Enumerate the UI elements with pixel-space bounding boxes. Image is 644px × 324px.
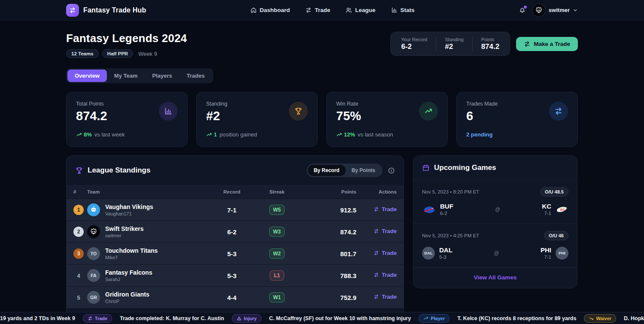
trade-action-link[interactable]: Trade <box>374 272 397 278</box>
ticker-item-text: D. Hopkins claimed off waivers <box>624 315 644 321</box>
standing-stat: Standing #2 <box>436 37 472 51</box>
robot-mascot-avatar <box>87 203 100 216</box>
tab-players[interactable]: Players <box>145 70 179 82</box>
trending-up-icon <box>419 102 438 121</box>
view-tabs: Overview My Team Players Trades <box>66 68 213 83</box>
bills-logo <box>422 205 436 214</box>
standings-title: League Standings <box>88 166 150 175</box>
tab-trades[interactable]: Trades <box>179 70 212 82</box>
notifications-button[interactable] <box>519 6 526 14</box>
home-team-record: 7-1 <box>541 254 551 260</box>
swap-icon <box>88 316 93 321</box>
top-nav: Fantasy Trade Hub Dashboard Trade League… <box>0 0 644 21</box>
initials-avatar: FA <box>87 269 100 282</box>
nav-item-dashboard[interactable]: Dashboard <box>250 7 290 13</box>
info-icon <box>388 167 395 174</box>
swap-icon <box>374 250 379 256</box>
toggle-by-record[interactable]: By Record <box>308 165 346 176</box>
ticker-item-text: T. Kelce (KC) records 8 receptions for 8… <box>457 315 576 321</box>
pending-trades-note: 2 pending <box>466 131 492 138</box>
upcoming-games-panel: Upcoming Games Nov 5, 2023 • 8:20 PM ET … <box>413 155 577 288</box>
news-ticker: 19 yards and 2 TDs in Week 9 Trade Trade… <box>0 312 644 324</box>
bar-chart-icon <box>159 102 178 121</box>
over-under-badge: O/U 46 <box>544 231 568 240</box>
trade-action-link[interactable]: Trade <box>374 228 397 234</box>
streak-badge: L1 <box>270 270 284 281</box>
team-owner: switmer <box>105 233 143 238</box>
home-team-record: 7-1 <box>542 211 551 216</box>
rank-badge: 1 <box>73 205 84 215</box>
streak-badge: W1 <box>269 292 285 303</box>
toggle-by-points[interactable]: By Points <box>346 165 381 176</box>
avatar <box>532 3 546 17</box>
week-label: Week 9 <box>138 51 157 57</box>
streak-badge: W2 <box>269 248 285 259</box>
page-title: Fantasy Legends 2024 <box>66 32 187 45</box>
swap-icon <box>374 272 379 278</box>
trending-down-icon <box>589 316 594 321</box>
ticker-item-text: 19 yards and 2 TDs in Week 9 <box>0 315 75 321</box>
tab-my-team[interactable]: My Team <box>107 70 145 82</box>
team-name: Swift Strikers <box>105 225 143 232</box>
rank-badge: 5 <box>73 292 84 303</box>
trend-up-icon: 8% <box>76 131 92 138</box>
brand: Fantasy Trade Hub <box>66 4 146 17</box>
sort-toggle: By Record By Points <box>307 164 383 177</box>
chevron-down-icon <box>573 8 578 13</box>
trend-up-icon: 12% <box>336 131 355 138</box>
stat-card-win-rate: Win Rate 75% 12% vs last season <box>326 92 448 147</box>
nav-item-trade[interactable]: Trade <box>305 7 330 13</box>
info-button[interactable] <box>388 167 395 174</box>
trade-ticker-badge: Trade <box>83 314 112 323</box>
stat-card-trades-made: Trades Made 6 2 pending <box>456 92 578 147</box>
over-under-badge: O/U 48.5 <box>540 187 568 197</box>
trade-action-link[interactable]: Trade <box>374 250 397 256</box>
streak-badge: W5 <box>269 205 285 215</box>
table-row: 2 Swift Strikers switmer <box>67 221 404 243</box>
record-summary-card: Your Record 6-2 Standing #2 Points 874.2 <box>390 32 510 56</box>
trophy-icon <box>289 102 308 121</box>
trade-action-link[interactable]: Trade <box>374 294 397 300</box>
home-team-abbr: KC <box>542 203 551 210</box>
rank-badge: 2 <box>73 227 84 237</box>
hero-section: Fantasy Legends 2024 12 Teams Half PPR W… <box>66 21 578 58</box>
view-all-games-link[interactable]: View All Games <box>413 268 577 288</box>
table-row: 4 FA Fantasy Falcons SarahJ 5-3 L1 <box>67 265 404 287</box>
swap-icon <box>374 228 379 234</box>
ticker-item-text: C. McCaffrey (SF) out for Week 10 with h… <box>269 315 411 321</box>
notification-dot <box>524 6 527 9</box>
points-stat: Points 874.2 <box>472 37 508 51</box>
trophy-icon <box>75 167 83 175</box>
user-menu[interactable]: switmer <box>532 3 578 17</box>
standings-table: # Team Record Streak Points Actions 1 <box>67 185 404 308</box>
lion-mascot-avatar <box>87 225 100 238</box>
nav-menu: Dashboard Trade League Stats <box>250 7 415 13</box>
brand-name: Fantasy Trade Hub <box>83 6 146 14</box>
your-record-stat: Your Record 6-2 <box>392 37 436 51</box>
game-row: Nov 5, 2023 • 4:25 PM ET O/U 46 DAL DAL … <box>413 224 577 268</box>
swap-icon <box>374 206 379 212</box>
rank-badge: 4 <box>73 270 84 281</box>
trend-up-icon: 1 <box>206 131 217 138</box>
trending-up-icon <box>423 316 428 321</box>
game-row: Nov 5, 2023 • 8:20 PM ET O/U 48.5 BUF 6-… <box>413 180 577 224</box>
streak-badge: W3 <box>269 227 285 237</box>
waiver-ticker-badge: Waiver <box>584 314 616 323</box>
team-name: Fantasy Falcons <box>105 269 152 276</box>
swap-icon <box>524 41 530 47</box>
swap-icon <box>305 7 312 13</box>
nav-item-league[interactable]: League <box>346 7 375 13</box>
brand-swap-icon <box>66 4 79 17</box>
home-team-abbr: PHI <box>541 246 551 254</box>
tab-overview[interactable]: Overview <box>67 70 107 82</box>
make-a-trade-button[interactable]: Make a Trade <box>516 37 578 51</box>
users-icon <box>346 7 352 13</box>
stat-card-standing: Standing #2 1 position gained <box>196 92 318 147</box>
injury-ticker-badge: Injury <box>232 314 261 323</box>
game-datetime: Nov 5, 2023 • 8:20 PM ET <box>422 189 479 194</box>
away-team-record: 6-2 <box>440 211 453 216</box>
at-separator: @ <box>495 206 500 212</box>
phi-logo: PHI <box>556 247 568 260</box>
trade-action-link[interactable]: Trade <box>374 206 397 212</box>
nav-item-stats[interactable]: Stats <box>391 7 415 13</box>
